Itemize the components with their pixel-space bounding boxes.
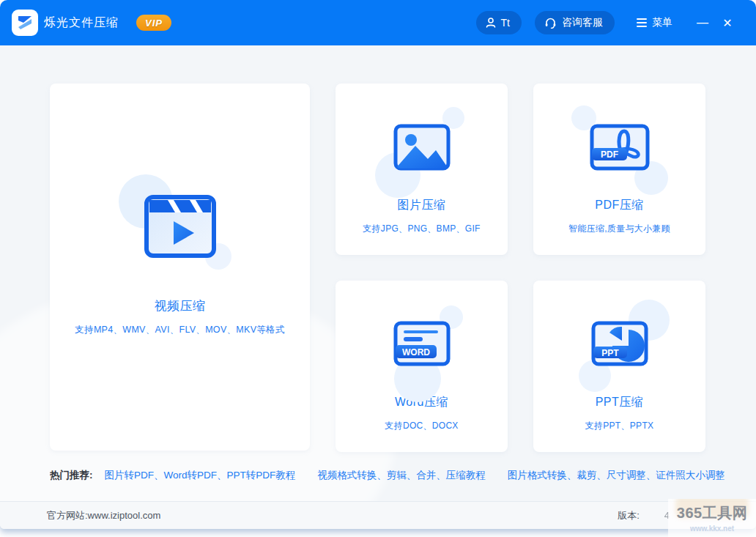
hot-recommendations: 热门推荐: 图片转PDF、Word转PDF、PPT转PDF教程 视频格式转换、剪… [50,469,756,482]
version-label: 版本: [618,509,640,522]
vip-badge[interactable]: VIP [136,15,171,31]
account-label: Tt [501,17,510,29]
app-logo-icon [16,14,34,32]
card-image-compress[interactable]: 图片压缩 支持JPG、PNG、BMP、GIF [336,84,508,255]
app-title: 烁光文件压缩 [44,0,119,45]
main-area: 视频压缩 支持MP4、WMV、AVI、FLV、MOV、MKV等格式 [0,45,756,501]
word-badge-label: WORD [402,347,430,358]
title-bar: 烁光文件压缩 VIP Tt 咨询客服 菜 [0,0,756,45]
card-video-compress[interactable]: 视频压缩 支持MP4、WMV、AVI、FLV、MOV、MKV等格式 [50,84,310,451]
card-title: 视频压缩 [155,297,206,314]
watermark-site: www.kkx.net [690,525,734,533]
card-ppt-compress[interactable]: PPT PPT压缩 支持PPT、PPTX [533,281,705,452]
watermark: 365工具网 www.kkx.net [668,499,756,537]
hot-link-pdf-tutorials[interactable]: 图片转PDF、Word转PDF、PPT转PDF教程 [105,469,296,482]
image-compress-icon [391,122,453,173]
hamburger-icon [637,18,647,27]
hot-link-video-tutorials[interactable]: 视频格式转换、剪辑、合并、压缩教程 [317,469,486,482]
card-title: PDF压缩 [595,198,644,213]
watermark-brand: 365工具网 [677,503,747,523]
support-label: 咨询客服 [562,16,603,29]
version-info: 版本: 4 [618,509,670,522]
official-website: 官方网站:www.iziptool.com [47,509,160,522]
app-logo [12,10,38,36]
pdf-compress-icon: PDF [588,122,652,173]
hot-link-image-tutorials[interactable]: 图片格式转换、裁剪、尺寸调整、证件照大小调整 [508,469,725,482]
video-compress-icon [144,194,217,259]
pdf-badge-label: PDF [601,149,618,160]
headset-icon [544,17,557,29]
card-subtitle: 智能压缩,质量与大小兼顾 [568,223,670,235]
app-window: 烁光文件压缩 VIP Tt 咨询客服 菜 [0,0,756,529]
card-subtitle: 支持PPT、PPTX [585,420,654,432]
account-button[interactable]: Tt [476,11,522,34]
menu-label: 菜单 [652,16,672,29]
close-button[interactable]: ✕ [715,16,740,30]
support-button[interactable]: 咨询客服 [535,11,615,34]
minimize-button[interactable]: — [690,16,715,29]
card-subtitle: 支持DOC、DOCX [385,420,458,432]
card-word-compress[interactable]: WORD Word压缩 支持DOC、DOCX [336,281,508,452]
card-subtitle: 支持MP4、WMV、AVI、FLV、MOV、MKV等格式 [75,324,284,336]
menu-button[interactable]: 菜单 [637,16,672,29]
hot-label: 热门推荐: [50,469,93,482]
footer-bar: 官方网站:www.iziptool.com 版本: 4 [0,501,756,529]
card-title: 图片压缩 [398,198,446,213]
card-pdf-compress[interactable]: PDF PDF压缩 智能压缩,质量与大小兼顾 [533,84,705,255]
ppt-badge-label: PPT [601,348,619,358]
user-icon [485,17,497,29]
card-title: PPT压缩 [596,395,644,410]
ppt-compress-icon: PPT [589,319,651,370]
word-compress-icon: WORD [391,319,453,370]
card-subtitle: 支持JPG、PNG、BMP、GIF [363,223,480,235]
